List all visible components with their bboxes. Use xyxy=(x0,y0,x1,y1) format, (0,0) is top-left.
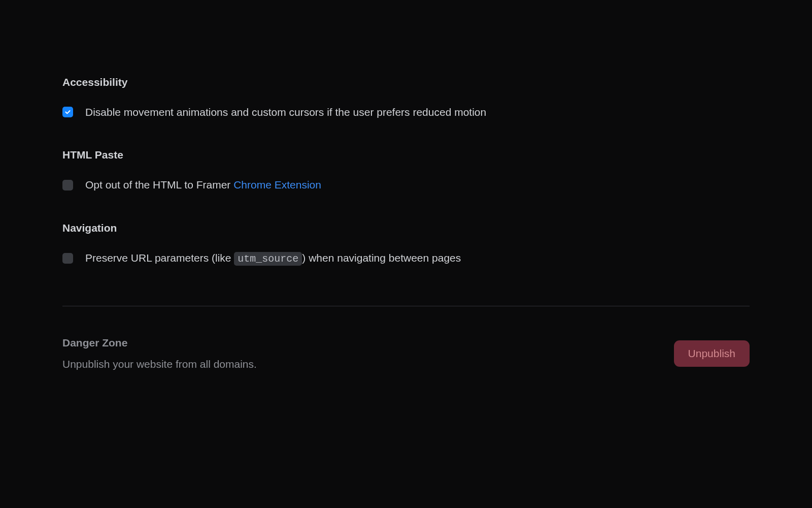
chrome-extension-link[interactable]: Chrome Extension xyxy=(233,179,321,190)
accessibility-checkbox-row: Disable movement animations and custom c… xyxy=(62,105,750,119)
navigation-checkbox[interactable] xyxy=(62,253,73,264)
html-paste-section: HTML Paste Opt out of the HTML to Framer… xyxy=(62,149,750,192)
utm-source-code: utm_source xyxy=(234,252,302,266)
navigation-label-suffix: ) when navigating between pages xyxy=(302,252,461,264)
danger-zone-section: Danger Zone Unpublish your website from … xyxy=(62,337,750,370)
html-paste-checkbox-label: Opt out of the HTML to Framer Chrome Ext… xyxy=(85,177,321,192)
accessibility-checkbox[interactable] xyxy=(62,107,73,117)
html-paste-title: HTML Paste xyxy=(62,149,750,161)
danger-zone-text: Danger Zone Unpublish your website from … xyxy=(62,337,257,370)
accessibility-title: Accessibility xyxy=(62,76,750,88)
unpublish-button[interactable]: Unpublish xyxy=(674,340,750,367)
html-paste-label-prefix: Opt out of the HTML to Framer xyxy=(85,179,233,190)
navigation-label-prefix: Preserve URL parameters (like xyxy=(85,252,234,264)
danger-zone-title: Danger Zone xyxy=(62,337,257,349)
accessibility-section: Accessibility Disable movement animation… xyxy=(62,76,750,119)
navigation-section: Navigation Preserve URL parameters (like… xyxy=(62,222,750,266)
html-paste-checkbox[interactable] xyxy=(62,180,73,190)
accessibility-checkbox-label: Disable movement animations and custom c… xyxy=(85,105,486,119)
divider xyxy=(62,306,750,306)
check-icon xyxy=(64,109,71,115)
navigation-checkbox-label: Preserve URL parameters (like utm_source… xyxy=(85,250,461,266)
navigation-title: Navigation xyxy=(62,222,750,234)
html-paste-checkbox-row: Opt out of the HTML to Framer Chrome Ext… xyxy=(62,177,750,192)
navigation-checkbox-row: Preserve URL parameters (like utm_source… xyxy=(62,250,750,266)
danger-zone-description: Unpublish your website from all domains. xyxy=(62,358,257,370)
